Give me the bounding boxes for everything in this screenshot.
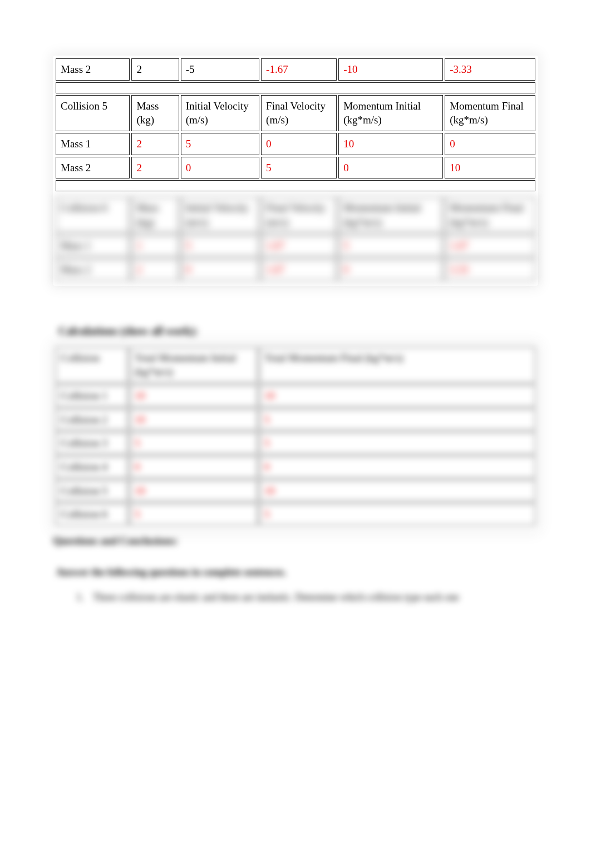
header-vf: Final Velocity (m/s) xyxy=(261,197,337,233)
cell-tf: 10 xyxy=(259,480,535,502)
header-vi: Initial Velocity (m/s) xyxy=(181,197,259,233)
cell-vi: 5 xyxy=(181,133,259,155)
question-1: Three collisions are elastic and three a… xyxy=(86,592,538,603)
cell-collision: Collision 5 xyxy=(56,480,128,502)
collision4-partial-table: Mass 2 2 -5 -1.67 -10 -3.33 Collision 5 … xyxy=(54,57,537,193)
question-list: Three collisions are elastic and three a… xyxy=(86,592,538,603)
document-page: Mass 2 2 -5 -1.67 -10 -3.33 Collision 5 … xyxy=(0,0,591,626)
cell-tf: 5 xyxy=(259,503,535,525)
cell-ti: 10 xyxy=(130,409,258,431)
table-row: Mass 1 2 5 0 10 0 xyxy=(56,133,535,155)
cell-mass: 2 xyxy=(131,157,179,179)
cell-collision: Collision 3 xyxy=(56,432,128,454)
cell-ti: 0 xyxy=(130,456,258,478)
header-collision: Collision xyxy=(56,347,128,383)
header-total-final: Total Momentum Final (kg*m/s) xyxy=(259,347,535,383)
row-label: Mass 1 xyxy=(56,133,130,155)
cell-ti: 5 xyxy=(130,432,258,454)
cell-pi: -10 xyxy=(338,58,443,81)
header-pi: Momentum Initial (kg*m/s) xyxy=(338,95,443,131)
cell: 5 xyxy=(338,235,443,257)
header-vf: Final Velocity (m/s) xyxy=(261,95,337,131)
cell-vi: -5 xyxy=(181,58,259,81)
cell: 3.33 xyxy=(445,259,535,281)
cell-mass: 2 xyxy=(131,58,179,81)
table-row: Collision 6 5 5 xyxy=(56,503,535,525)
table-header-row: Collision Total Momentum Initial (kg*m/s… xyxy=(56,347,535,383)
header-pi: Momentum Initial (kg*m/s) xyxy=(338,197,443,233)
calculations-table-wrap: Collision Total Momentum Initial (kg*m/s… xyxy=(53,344,538,530)
header-mass: Mass (kg) xyxy=(131,95,179,131)
cell: 5 xyxy=(181,235,259,257)
calculations-heading: Calculations (show all work): xyxy=(58,325,538,338)
row-label: Mass 2 xyxy=(56,157,130,179)
table-row: Collision 3 5 5 xyxy=(56,432,535,454)
collision6-table-blurred: Collision 6 Mass (kg) Initial Velocity (… xyxy=(54,195,537,282)
cell-mass: 2 xyxy=(131,133,179,155)
spacer-row xyxy=(56,82,535,93)
cell: 1.67 xyxy=(261,235,337,257)
spacer-row xyxy=(56,180,535,191)
cell-pi: 0 xyxy=(338,157,443,179)
table-row: Collision 5 10 10 xyxy=(56,480,535,502)
cell: 2 xyxy=(131,259,179,281)
questions-heading: Questions and Conclusions: xyxy=(53,535,538,547)
cell-ti: 10 xyxy=(130,480,258,502)
cell-vf: 0 xyxy=(261,133,337,155)
cell-ti: 10 xyxy=(130,385,258,407)
cell-tf: 5 xyxy=(259,409,535,431)
cell-collision: Collision 1 xyxy=(56,385,128,407)
table-header-row: Collision 6 Mass (kg) Initial Velocity (… xyxy=(56,197,535,233)
cell: 1 xyxy=(131,235,179,257)
answer-prompt: Answer the following questions in comple… xyxy=(56,567,538,578)
collision-title: Collision 6 xyxy=(56,197,130,233)
row-label: Mass 1 xyxy=(56,235,130,257)
cell-collision: Collision 2 xyxy=(56,409,128,431)
cell-pf: 0 xyxy=(445,133,535,155)
calculations-table: Collision Total Momentum Initial (kg*m/s… xyxy=(54,345,537,527)
cell: 0 xyxy=(181,259,259,281)
cell: 1.67 xyxy=(445,235,535,257)
cell-tf: 0 xyxy=(259,456,535,478)
table-header-row: Collision 5 Mass (kg) Initial Velocity (… xyxy=(56,95,535,131)
cell: 0 xyxy=(338,259,443,281)
header-vi: Initial Velocity (m/s) xyxy=(181,95,259,131)
table-row: Collision 1 10 10 xyxy=(56,385,535,407)
header-mass: Mass (kg) xyxy=(131,197,179,233)
collision-tables-block: Mass 2 2 -5 -1.67 -10 -3.33 Collision 5 … xyxy=(53,56,538,286)
cell-ti: 5 xyxy=(130,503,258,525)
cell-tf: 10 xyxy=(259,385,535,407)
header-total-initial: Total Momentum Initial (kg*m/s) xyxy=(130,347,258,383)
table-row: Mass 2 2 -5 -1.67 -10 -3.33 xyxy=(56,58,535,81)
row-label: Mass 2 xyxy=(56,259,130,281)
cell: 1.67 xyxy=(261,259,337,281)
cell-pi: 10 xyxy=(338,133,443,155)
header-pf: Momentum Final (kg*m/s) xyxy=(445,95,535,131)
table-row: Mass 2 2 0 1.67 0 3.33 xyxy=(56,259,535,281)
table-row: Collision 2 10 5 xyxy=(56,409,535,431)
cell-tf: 5 xyxy=(259,432,535,454)
cell-vf: 5 xyxy=(261,157,337,179)
table-row: Mass 1 1 5 1.67 5 1.67 xyxy=(56,235,535,257)
header-pf: Momentum Final (kg*m/s) xyxy=(445,197,535,233)
cell-vi: 0 xyxy=(181,157,259,179)
cell-pf: -3.33 xyxy=(445,58,535,81)
row-label: Mass 2 xyxy=(56,58,130,81)
collision-title: Collision 5 xyxy=(56,95,130,131)
cell-pf: 10 xyxy=(445,157,535,179)
cell-vf: -1.67 xyxy=(261,58,337,81)
cell-collision: Collision 6 xyxy=(56,503,128,525)
cell-collision: Collision 4 xyxy=(56,456,128,478)
table-row: Mass 2 2 0 5 0 10 xyxy=(56,157,535,179)
table-row: Collision 4 0 0 xyxy=(56,456,535,478)
